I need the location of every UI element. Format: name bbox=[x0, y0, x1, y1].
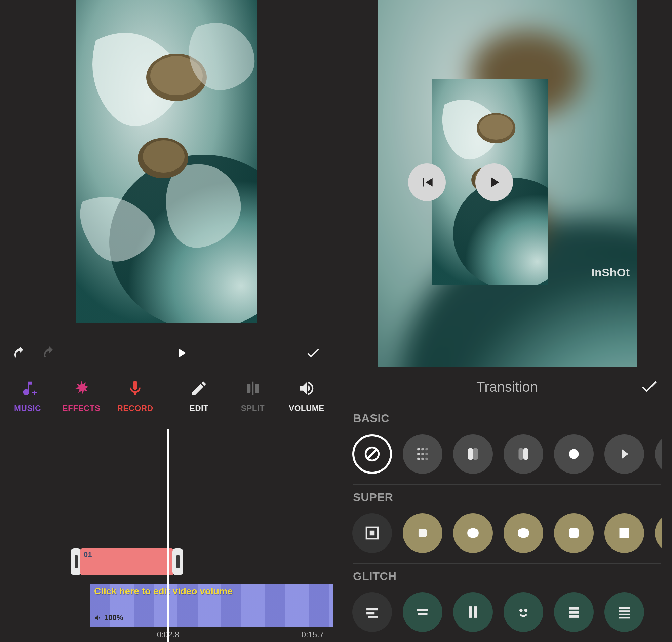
video-volume-tip: Click here to edit video volume bbox=[94, 586, 233, 596]
svg-text:+: + bbox=[31, 388, 37, 398]
transition-dissolve[interactable] bbox=[403, 434, 442, 474]
split-icon bbox=[244, 380, 262, 399]
svg-point-38 bbox=[569, 449, 579, 459]
svg-point-30 bbox=[425, 453, 428, 455]
watermark: InShOt bbox=[591, 266, 630, 279]
transition-wipe-right[interactable] bbox=[504, 434, 543, 474]
svg-rect-10 bbox=[252, 382, 254, 396]
tool-split-label: SPLIT bbox=[241, 403, 265, 413]
tool-record[interactable]: RECORD bbox=[112, 373, 159, 420]
category-title: GLITCH bbox=[353, 570, 662, 583]
undo-button[interactable] bbox=[8, 341, 31, 365]
svg-rect-59 bbox=[619, 614, 630, 615]
transition-glitch-lines[interactable] bbox=[605, 592, 644, 632]
clip-label: 01 bbox=[84, 550, 92, 559]
transition-super-square-edge[interactable] bbox=[655, 513, 662, 553]
category-divider bbox=[353, 484, 661, 485]
tool-volume[interactable]: VOLUME bbox=[283, 373, 330, 420]
starburst-icon bbox=[72, 380, 90, 399]
transition-category-basic: BASIC bbox=[342, 412, 672, 485]
redo-button bbox=[38, 341, 61, 365]
transition-super-soft-square[interactable] bbox=[403, 513, 442, 553]
play-button[interactable] bbox=[169, 341, 193, 365]
transition-super-blob-right[interactable] bbox=[504, 513, 543, 553]
video-volume-readout: 100% bbox=[94, 613, 123, 622]
svg-rect-50 bbox=[469, 606, 472, 618]
transition-none[interactable] bbox=[352, 434, 392, 474]
svg-rect-34 bbox=[468, 448, 473, 460]
transition-circle[interactable] bbox=[554, 434, 594, 474]
transition-category-glitch: GLITCH bbox=[342, 570, 672, 632]
tool-split: SPLIT bbox=[229, 373, 276, 420]
transition-super-square-in[interactable] bbox=[352, 513, 392, 553]
svg-rect-41 bbox=[418, 529, 427, 537]
svg-rect-8 bbox=[247, 384, 250, 393]
category-divider bbox=[353, 563, 661, 564]
transition-glitch-stack[interactable] bbox=[554, 592, 594, 632]
preview-left bbox=[76, 0, 257, 323]
svg-point-33 bbox=[425, 458, 428, 460]
timeline[interactable]: 01 Click here to edit video volume 100% … bbox=[0, 427, 333, 642]
timeline-clip[interactable]: 01 bbox=[70, 548, 183, 575]
editor-left-panel: + MUSIC EFFECTS RECORD bbox=[0, 0, 333, 642]
tool-volume-label: VOLUME bbox=[289, 403, 324, 413]
transition-category-super: SUPER bbox=[342, 491, 672, 564]
transition-glitch-scan-a[interactable] bbox=[352, 592, 392, 632]
pencil-icon bbox=[190, 380, 208, 399]
svg-point-27 bbox=[425, 448, 428, 451]
timeline-video-track[interactable]: Click here to edit video volume 100% bbox=[90, 584, 333, 627]
svg-rect-57 bbox=[619, 607, 630, 609]
transition-super-blob-left[interactable] bbox=[453, 513, 493, 553]
svg-rect-35 bbox=[473, 448, 478, 460]
svg-rect-55 bbox=[569, 612, 579, 614]
svg-rect-49 bbox=[418, 613, 428, 615]
tool-music-label: MUSIC bbox=[14, 403, 41, 413]
transition-glitch-face[interactable] bbox=[504, 592, 543, 632]
svg-rect-58 bbox=[619, 611, 630, 612]
transition-arrow-right[interactable] bbox=[605, 434, 644, 474]
category-title: BASIC bbox=[353, 412, 662, 425]
svg-line-24 bbox=[368, 450, 376, 458]
clip-handle-right[interactable] bbox=[172, 548, 183, 575]
svg-rect-43 bbox=[620, 528, 629, 538]
preview-prev-button[interactable] bbox=[408, 164, 446, 201]
svg-point-20 bbox=[479, 115, 513, 140]
toolbar-separator bbox=[167, 383, 167, 409]
transition-wipe-left[interactable] bbox=[453, 434, 493, 474]
svg-point-26 bbox=[421, 448, 424, 451]
svg-rect-37 bbox=[524, 448, 528, 460]
transition-super-square-soft[interactable] bbox=[554, 513, 594, 553]
transition-super-square-bold[interactable] bbox=[605, 513, 644, 553]
svg-rect-48 bbox=[417, 609, 428, 611]
confirm-button[interactable] bbox=[301, 341, 325, 365]
svg-rect-51 bbox=[474, 606, 477, 618]
preview-play-button[interactable] bbox=[475, 164, 513, 201]
tool-music[interactable]: + MUSIC bbox=[4, 373, 51, 420]
svg-rect-56 bbox=[569, 615, 579, 618]
svg-rect-42 bbox=[569, 528, 579, 538]
volume-icon bbox=[298, 380, 316, 399]
svg-rect-9 bbox=[255, 384, 259, 393]
tool-edit-label: EDIT bbox=[190, 403, 209, 413]
transition-title: Transition bbox=[476, 379, 538, 395]
timeline-markers: 0:02.8 0:15.7 bbox=[0, 630, 333, 642]
transition-arrow-left[interactable] bbox=[655, 434, 662, 474]
transition-header: Transition bbox=[342, 369, 672, 406]
category-title: SUPER bbox=[353, 491, 662, 504]
clip-body[interactable]: 01 bbox=[80, 548, 173, 575]
svg-rect-60 bbox=[619, 617, 630, 619]
svg-rect-45 bbox=[366, 608, 378, 611]
clip-handle-left[interactable] bbox=[70, 548, 81, 575]
transition-glitch-bars[interactable] bbox=[453, 592, 493, 632]
svg-rect-40 bbox=[370, 531, 375, 536]
svg-point-29 bbox=[421, 453, 424, 455]
timeline-playhead[interactable] bbox=[167, 429, 169, 642]
preview-right: InShOt bbox=[378, 0, 637, 367]
tool-effects[interactable]: EFFECTS bbox=[58, 373, 105, 420]
transition-glitch-scan-b[interactable] bbox=[403, 592, 442, 632]
transition-confirm-button[interactable] bbox=[639, 376, 659, 398]
svg-point-53 bbox=[524, 609, 528, 612]
tool-record-label: RECORD bbox=[117, 403, 153, 413]
tool-edit[interactable]: EDIT bbox=[176, 373, 222, 420]
music-note-icon: + bbox=[18, 380, 37, 399]
